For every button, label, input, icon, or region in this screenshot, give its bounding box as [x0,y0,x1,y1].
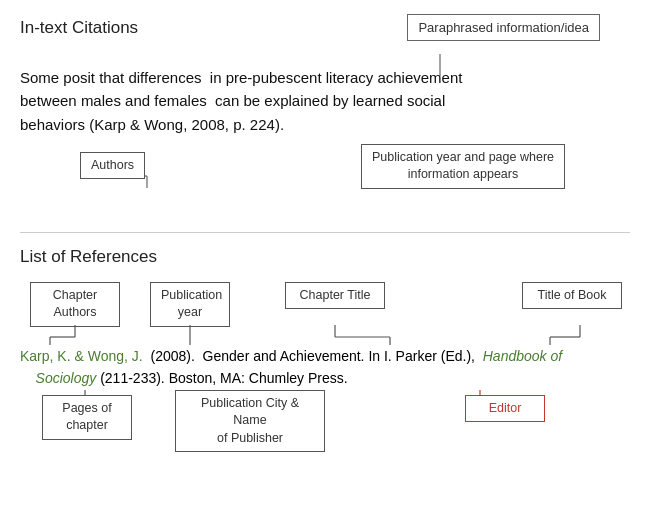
paraphrased-box: Paraphrased information/idea [407,14,600,41]
references-title: List of References [20,247,630,267]
ref-text: Karp, K. & Wong, J. (2008). Gender and A… [20,345,630,390]
section-divider [20,232,630,233]
chapter-authors-label: ChapterAuthors [53,288,97,320]
editor-box: Editor [465,395,545,423]
intext-annotations: Authors Publication year and page wherei… [20,144,630,214]
pub-year-label: Publication year and page whereinformati… [372,150,554,182]
pages-label: Pages ofchapter [62,401,111,433]
authors-box: Authors [80,152,145,180]
ref-annotations-bottom: Pages ofchapter Publication City & Nameo… [20,390,630,460]
citation-line2: between males and females can be explain… [20,92,445,109]
ref-pages: (211-233). Boston, MA: Chumley Press. [100,370,347,386]
pub-city-label: Publication City & Nameof Publisher [201,396,299,445]
ref-annotations-top: ChapterAuthors Publicationyear Chapter T… [20,277,630,345]
citation-text: Some posit that differences in pre-pubes… [20,66,630,136]
pub-city-box: Publication City & Nameof Publisher [175,390,325,453]
ref-year: (2008). Gender and Achievement. In I. Pa… [147,348,483,364]
citation-line1: Some posit that differences in pre-pubes… [20,69,462,86]
chapter-authors-box: ChapterAuthors [30,282,120,327]
intext-section: In-text Citations Paraphrased informatio… [20,18,630,214]
pub-year-ref-label: Publicationyear [161,288,222,320]
title-book-box: Title of Book [522,282,622,310]
pub-year-ref-box: Publicationyear [150,282,230,327]
ref-container: ChapterAuthors Publicationyear Chapter T… [20,277,630,460]
chapter-title-box: Chapter Title [285,282,385,310]
pub-year-box: Publication year and page whereinformati… [361,144,565,189]
ref-authors: Karp, K. & Wong, J. [20,348,143,364]
citation-line3: behaviors (Karp & Wong, 2008, p. 224). [20,116,284,133]
page: In-text Citations Paraphrased informatio… [0,0,650,478]
references-section: List of References ChapterAuthors Public… [20,247,630,460]
pages-box: Pages ofchapter [42,395,132,440]
